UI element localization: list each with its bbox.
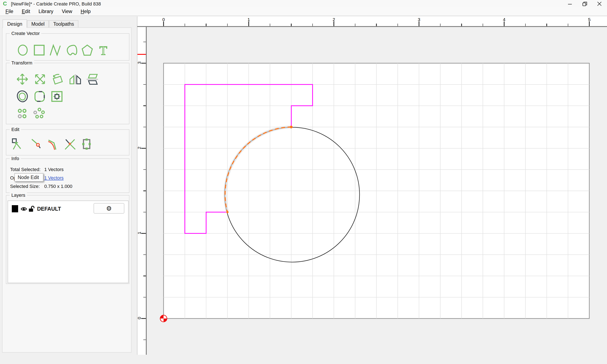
close-button[interactable] <box>595 0 604 7</box>
split-vector-tool-icon[interactable] <box>30 138 43 150</box>
layers-label: Layers <box>10 193 27 198</box>
circle-tool-icon[interactable] <box>16 44 29 56</box>
tab-design[interactable]: Design <box>2 19 27 28</box>
ruler-tick <box>141 148 146 148</box>
ruler-tick <box>461 24 462 26</box>
ruler-tick <box>589 22 590 26</box>
ruler-tick <box>141 63 146 63</box>
ruler-tick <box>568 24 568 26</box>
ruler-tick <box>483 24 483 26</box>
restore-button[interactable] <box>580 0 589 7</box>
minimize-button[interactable] <box>565 0 575 7</box>
ruler-tick <box>143 169 146 170</box>
ruler-tick <box>546 24 547 26</box>
ruler-number: 3 <box>137 59 142 67</box>
ruler-tick <box>419 22 419 26</box>
curve-tool-icon[interactable] <box>65 44 78 56</box>
ruler-tick <box>143 191 146 191</box>
tab-model[interactable]: Model <box>27 20 49 28</box>
ruler-tick <box>163 22 164 26</box>
horizontal-ruler: 012345 <box>147 16 607 27</box>
flip-tool-icon[interactable] <box>86 73 99 86</box>
ruler-tick <box>376 24 377 26</box>
offset-tool-icon[interactable] <box>16 90 29 103</box>
sidebar: Design Model Toolpaths Create Vector <box>0 16 137 364</box>
ruler-number: 4 <box>500 17 508 22</box>
grid-lines <box>164 63 589 318</box>
ruler-number: 1 <box>244 17 253 22</box>
ruler-tick <box>206 24 206 26</box>
menu-view[interactable]: View <box>61 9 73 14</box>
ruler-tick <box>143 276 146 276</box>
gear-icon: ⚙ <box>106 205 112 212</box>
window-title: [NewFile]* - Carbide Create PRO, Build 8… <box>11 1 101 6</box>
carbide-create-window: C [NewFile]* - Carbide Create PRO, Build… <box>0 0 607 364</box>
ruler-tick <box>143 127 146 127</box>
ruler-tick <box>227 24 228 26</box>
polygon-tool-icon[interactable] <box>81 44 93 56</box>
scale-tool-icon[interactable] <box>34 73 46 86</box>
ruler-tick <box>397 24 398 26</box>
circular-array-tool-icon[interactable] <box>33 107 46 120</box>
design-canvas[interactable] <box>147 27 607 364</box>
layer-name[interactable]: DEFAULT <box>37 206 61 212</box>
layer-settings-button[interactable]: ⚙ <box>93 203 124 214</box>
ruler-number: 2 <box>137 144 142 152</box>
trim-vectors-tool-icon[interactable] <box>64 138 76 150</box>
join-vectors-tool-icon[interactable] <box>80 138 93 150</box>
title-bar: C [NewFile]* - Carbide Create PRO, Build… <box>0 0 607 7</box>
ruler-number: 5 <box>585 17 594 22</box>
layer-visibility-eye-icon[interactable] <box>21 206 27 214</box>
node-edit-tooltip: Node Edit <box>14 173 43 182</box>
text-tool-icon[interactable]: T <box>97 44 110 56</box>
info-open-selected-link[interactable]: 1 Vectors <box>44 175 64 180</box>
ruler-tick <box>141 318 146 319</box>
canvas-drawing <box>147 27 607 364</box>
ruler-cursor-mark <box>137 54 147 55</box>
info-total-selected-label: Total Selected: <box>10 167 40 172</box>
ruler-tick <box>185 24 185 26</box>
ruler-number: 0 <box>159 17 168 22</box>
transform-group: Transform <box>6 63 129 124</box>
edit-group: Edit <box>6 129 129 156</box>
ruler-number: 2 <box>330 17 338 22</box>
mirror-tool-icon[interactable] <box>69 73 81 86</box>
ruler-tick <box>143 42 146 42</box>
trim-to-fit-tool-icon[interactable] <box>51 90 63 103</box>
info-selected-size: Selected Size: 0.750 x 1.000 <box>10 184 124 190</box>
curve-fit-tool-icon[interactable] <box>47 138 60 150</box>
ruler-tick <box>440 24 440 26</box>
create-vector-label: Create Vector <box>10 31 41 36</box>
layer-color-swatch[interactable] <box>12 205 18 212</box>
layer-unlock-icon[interactable] <box>28 205 35 214</box>
ruler-tick <box>270 24 270 26</box>
ruler-tick <box>334 22 334 26</box>
ruler-number: 0 <box>137 314 142 322</box>
fillet-tool-icon[interactable] <box>33 90 46 103</box>
polyline-tool-icon[interactable] <box>49 44 62 56</box>
edit-label: Edit <box>10 127 21 132</box>
tab-toolpaths[interactable]: Toolpaths <box>49 20 79 28</box>
ruler-tick <box>525 24 526 26</box>
node-edit-tool-icon[interactable] <box>11 138 24 150</box>
ruler-tick <box>143 212 146 212</box>
vertical-ruler: 0123 <box>137 27 147 355</box>
ruler-tick <box>143 254 146 255</box>
menu-edit[interactable]: Edit <box>20 9 31 14</box>
ruler-number: 3 <box>415 17 423 22</box>
ruler-tick <box>504 22 504 26</box>
menu-library[interactable]: Library <box>37 9 54 14</box>
move-tool-icon[interactable] <box>16 73 29 86</box>
menu-file[interactable]: File <box>4 9 14 14</box>
menu-help[interactable]: Help <box>79 9 92 14</box>
rotate-tool-icon[interactable] <box>51 73 64 86</box>
arc-node-marker[interactable] <box>226 211 228 213</box>
grid-array-tool-icon[interactable] <box>16 107 29 120</box>
ruler-tick <box>249 22 249 26</box>
rectangle-tool-icon[interactable] <box>33 44 46 56</box>
ruler-corner <box>137 16 147 27</box>
arc-node-marker[interactable] <box>290 126 293 129</box>
layers-group: Layers DEFAULT ⚙ <box>6 195 129 284</box>
ruler-tick <box>143 339 146 340</box>
ruler-tick <box>143 105 146 106</box>
